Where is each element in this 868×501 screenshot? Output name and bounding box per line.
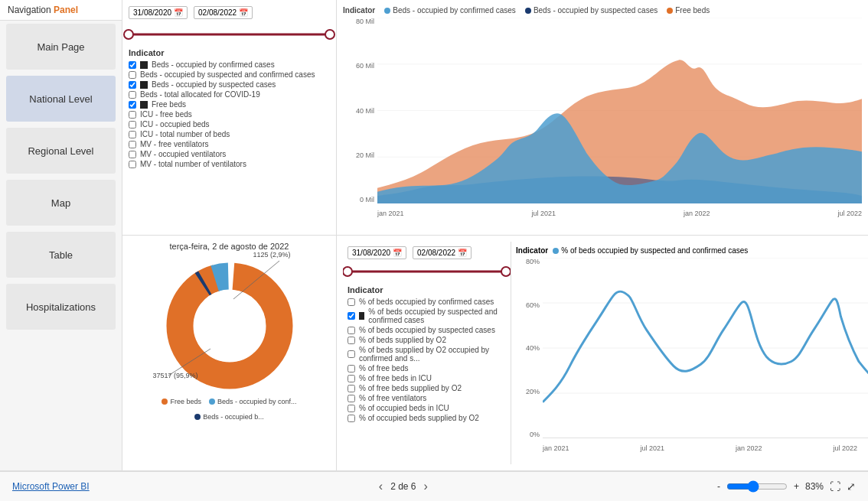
dashboard: 31/08/2020 📅 02/08/2022 📅 Indicator [122, 0, 868, 470]
top-slider-right-thumb[interactable] [325, 29, 335, 40]
indicator-cb-2[interactable] [129, 81, 136, 89]
bottom-cb-4[interactable] [348, 350, 355, 358]
legend-label-1: Beds - occupied by suspected cases [534, 6, 658, 15]
top-slider-track [129, 34, 330, 36]
donut-legend-dot-1 [209, 399, 215, 405]
bottom-date-start[interactable]: 31/08/2020 📅 [348, 246, 406, 259]
bottom-legend-dot [553, 248, 559, 254]
bottom-section: terça-feira, 2 de agosto de 2022 [122, 236, 868, 470]
indicator-item-8: MV - free ventilators [129, 140, 330, 148]
bottom-indicator-8: % of free ventilators [348, 394, 506, 402]
indicator-cb-0[interactable] [129, 61, 136, 69]
bottom-cb-7[interactable] [348, 385, 355, 392]
bottom-cb-2[interactable] [348, 327, 355, 334]
calendar-icon-2[interactable]: 📅 [239, 8, 248, 17]
bottom-line-chart-area: Indicator % of beds occupied by suspecte… [511, 242, 862, 464]
top-date-start[interactable]: 31/08/2020 📅 [129, 6, 188, 19]
indicator-item-2: Beds - occupied by suspected cases [129, 80, 330, 89]
legend-item-2: Free beds [667, 6, 710, 15]
indicator-cb-6[interactable] [129, 121, 136, 129]
indicator-cb-5[interactable] [129, 111, 136, 119]
indicator-cb-8[interactable] [129, 141, 136, 148]
indicator-item-1: Beds - occupied by suspected and confirm… [129, 70, 330, 79]
legend-dot-1 [525, 8, 531, 14]
indicator-cb-4[interactable] [129, 101, 136, 109]
brand-link[interactable]: Microsoft Power BI [12, 481, 90, 492]
indicator-cb-1[interactable] [129, 71, 136, 79]
zoom-out-label: - [717, 481, 720, 492]
prev-page-button[interactable]: ‹ [379, 480, 383, 493]
sidebar-item-hospitalizations[interactable]: Hospitalizations [6, 284, 116, 330]
footer-pagination: ‹ 2 de 6 › [379, 480, 428, 493]
main-area: Navigation Panel Main Page National Leve… [0, 0, 868, 470]
bottom-slider-left-thumb[interactable] [343, 266, 353, 277]
legend-label-0: Beds - occupied by confirmed cases [393, 6, 516, 15]
indicator-cb-9[interactable] [129, 151, 136, 158]
bottom-x-axis: jan 2021 jul 2021 jan 2022 jul 2022 [543, 444, 857, 452]
legend-indicator-label: Indicator [343, 6, 375, 15]
footer-controls: - + 83% ⛶ ⤢ [717, 480, 856, 493]
indicator-color-2 [140, 81, 148, 89]
bottom-indicator-0: % of beds occupied by confirmed cases [348, 298, 506, 306]
calendar-icon[interactable]: 📅 [174, 8, 183, 17]
bottom-date-end[interactable]: 02/08/2022 📅 [413, 246, 472, 259]
bottom-indicator-1: % of beds occupied by suspected and conf… [348, 307, 506, 324]
donut-legend-2: Beds - occupied b... [194, 413, 264, 421]
bottom-slider-track [348, 271, 506, 273]
bottom-slider[interactable] [348, 264, 506, 279]
bottom-cb-6[interactable] [348, 375, 355, 382]
page-indicator: 2 de 6 [390, 481, 416, 492]
bottom-right-panel: 31/08/2020 📅 02/08/2022 📅 [337, 236, 868, 470]
nav-panel-title: Navigation Panel [0, 0, 122, 21]
bottom-legend-0: % of beds occupied by suspected and conf… [553, 246, 748, 255]
nav-panel-title-colored: Panel [54, 5, 78, 15]
bottom-cb-0[interactable] [348, 298, 355, 306]
fullscreen-icon[interactable]: ⛶ [830, 480, 840, 493]
donut-legend-1: Beds - occupied by conf... [209, 398, 297, 405]
top-right-chart: Indicator Beds - occupied by confirmed c… [337, 0, 868, 235]
bottom-indicators-list: % of beds occupied by confirmed cases % … [348, 298, 506, 422]
indicator-cb-7[interactable] [129, 131, 136, 138]
calendar-icon-3[interactable]: 📅 [393, 249, 402, 257]
bottom-cb-10[interactable] [348, 415, 355, 422]
bottom-cb-8[interactable] [348, 395, 355, 402]
indicator-cb-10[interactable] [129, 161, 136, 168]
bottom-slider-right-thumb[interactable] [501, 266, 511, 277]
top-date-end[interactable]: 02/08/2022 📅 [194, 6, 253, 19]
top-chart-svg-wrapper: 80 Mil 60 Mil 40 Mil 20 Mil 0 Mil [343, 18, 862, 217]
sidebar-item-main-page[interactable]: Main Page [6, 24, 116, 70]
expand-icon[interactable]: ⤢ [847, 480, 856, 493]
top-x-axis: jan 2021 jul 2021 jan 2022 jul 2022 [377, 210, 862, 217]
indicator-cb-3[interactable] [129, 91, 136, 99]
sidebar-item-map[interactable]: Map [6, 180, 116, 226]
donut-legend-label-0: Free beds [170, 398, 201, 405]
indicator-item-5: ICU - free beds [129, 110, 330, 119]
top-section: 31/08/2020 📅 02/08/2022 📅 Indicator [122, 0, 868, 236]
sidebar-item-table[interactable]: Table [6, 232, 116, 278]
nav-panel: Navigation Panel Main Page National Leve… [0, 0, 122, 470]
top-slider[interactable] [129, 27, 330, 42]
indicator-item-9: MV - occupied ventilators [129, 150, 330, 158]
bottom-cb-1[interactable] [348, 312, 355, 320]
sidebar-item-national-level[interactable]: National Level [6, 76, 116, 122]
top-indicators-list: Beds - occupied by confirmed cases Beds … [129, 60, 330, 170]
next-page-button[interactable]: › [424, 480, 428, 493]
legend-dot-2 [667, 8, 673, 14]
top-slider-left-thumb[interactable] [123, 29, 134, 40]
bottom-cb-3[interactable] [348, 337, 355, 344]
bottom-cb-5[interactable] [348, 365, 355, 372]
donut-legend-label-1: Beds - occupied by conf... [217, 398, 297, 405]
sidebar-item-regional-level[interactable]: Regional Level [6, 128, 116, 174]
app-container: Navigation Panel Main Page National Leve… [0, 0, 868, 501]
top-area-chart [377, 18, 862, 203]
calendar-icon-4[interactable]: 📅 [458, 249, 467, 257]
legend-label-2: Free beds [675, 6, 710, 15]
bottom-indicator-7: % of free beds supplied by O2 [348, 384, 506, 392]
zoom-slider[interactable] [726, 480, 788, 493]
bottom-y-axis: 80% 60% 40% 20% 0% [516, 258, 543, 438]
top-indicator-title: Indicator [129, 48, 330, 57]
indicator-item-3: Beds - total allocated for COVID-19 [129, 90, 330, 99]
bottom-cb-9[interactable] [348, 405, 355, 412]
top-chart-legend: Indicator Beds - occupied by confirmed c… [343, 6, 862, 15]
indicator-item-4: Free beds [129, 100, 330, 109]
